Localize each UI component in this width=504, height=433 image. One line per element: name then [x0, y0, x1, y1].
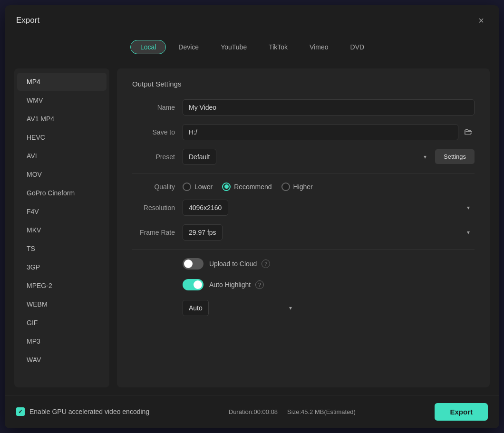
format-item-gopro[interactable]: GoPro Cineform — [17, 184, 107, 202]
preset-row: Preset Default Settings — [132, 149, 475, 165]
export-dialog: Export × Local Device YouTube TikTok Vim… — [5, 5, 499, 428]
footer-info: Duration:00:00:08 Size:45.2 MB(Estimated… — [229, 408, 356, 415]
save-to-label: Save to — [132, 128, 175, 136]
format-item-mkv[interactable]: MKV — [17, 221, 107, 239]
name-label: Name — [132, 104, 175, 111]
tab-bar: Local Device YouTube TikTok Vimeo DVD — [5, 33, 499, 61]
quality-recommend-label: Recommend — [234, 183, 271, 191]
format-item-av1mp4[interactable]: AV1 MP4 — [17, 110, 107, 128]
tab-youtube[interactable]: YouTube — [211, 40, 256, 54]
divider-2 — [132, 249, 475, 250]
tab-dvd[interactable]: DVD — [341, 40, 374, 54]
dialog-title: Export — [16, 16, 39, 25]
save-to-row: Save to 🗁 — [132, 124, 475, 140]
frame-rate-select[interactable]: 29.97 fps — [183, 224, 223, 241]
format-item-mp3[interactable]: MP3 — [17, 332, 107, 350]
auto-highlight-knob — [194, 280, 202, 289]
quality-higher-label: Higher — [293, 183, 313, 191]
format-item-f4v[interactable]: F4V — [17, 202, 107, 221]
tab-device[interactable]: Device — [169, 40, 208, 54]
resolution-label: Resolution — [132, 204, 175, 212]
gpu-label: Enable GPU accelerated video encoding — [29, 408, 149, 415]
quality-lower[interactable]: Lower — [183, 183, 213, 191]
resolution-select-wrapper: 4096x2160 — [183, 200, 475, 216]
format-item-hevc[interactable]: HEVC — [17, 128, 107, 146]
frame-rate-label: Frame Rate — [132, 229, 175, 236]
quality-lower-radio[interactable] — [183, 183, 191, 191]
upload-to-cloud-knob — [184, 260, 193, 268]
preset-select-wrapper: Default — [183, 149, 431, 165]
quality-options: Lower Recommend Higher — [183, 183, 313, 191]
dialog-header: Export × — [5, 5, 499, 33]
format-item-ts[interactable]: TS — [17, 240, 107, 258]
gpu-checkbox-row: Enable GPU accelerated video encoding — [16, 407, 149, 416]
save-to-input-group: 🗁 — [183, 124, 475, 140]
auto-highlight-help-icon[interactable]: ? — [255, 280, 264, 289]
output-section-title: Output Settings — [132, 80, 475, 88]
quality-row: Quality Lower Recommend Higher — [132, 183, 475, 191]
upload-to-cloud-row: Upload to Cloud ? — [132, 258, 475, 269]
auto-select-row: Auto — [132, 300, 475, 316]
format-item-wav[interactable]: WAV — [17, 351, 107, 369]
tab-vimeo[interactable]: Vimeo — [300, 40, 338, 54]
folder-browse-button[interactable]: 🗁 — [462, 125, 475, 139]
format-item-mp4[interactable]: MP4 — [17, 73, 107, 91]
resolution-select[interactable]: 4096x2160 — [183, 200, 228, 216]
format-item-avi[interactable]: AVI — [17, 147, 107, 165]
preset-input-group: Default Settings — [183, 149, 475, 165]
format-item-mpeg2[interactable]: MPEG-2 — [17, 277, 107, 295]
export-button[interactable]: Export — [435, 403, 488, 421]
format-item-wmv[interactable]: WMV — [17, 91, 107, 109]
upload-to-cloud-label: Upload to Cloud — [209, 260, 257, 268]
duration-label: Duration:00:00:08 — [229, 408, 278, 415]
tab-local[interactable]: Local — [130, 40, 166, 54]
tab-tiktok[interactable]: TikTok — [259, 40, 297, 54]
dialog-footer: Enable GPU accelerated video encoding Du… — [5, 395, 499, 428]
frame-rate-row: Frame Rate 29.97 fps — [132, 224, 475, 241]
name-row: Name — [132, 99, 475, 115]
auto-select[interactable]: Auto — [183, 300, 209, 316]
upload-to-cloud-help-icon[interactable]: ? — [262, 260, 270, 268]
upload-to-cloud-toggle[interactable] — [183, 258, 204, 269]
gpu-checkbox[interactable] — [16, 407, 25, 416]
format-list: MP4 WMV AV1 MP4 HEVC AVI MOV GoPro Cinef… — [14, 68, 109, 387]
auto-highlight-label: Auto Highlight — [209, 281, 251, 289]
preset-label: Preset — [132, 153, 175, 161]
name-input[interactable] — [183, 99, 475, 115]
format-item-3gp[interactable]: 3GP — [17, 258, 107, 276]
frame-rate-select-wrapper: 29.97 fps — [183, 224, 475, 241]
quality-higher-radio[interactable] — [281, 183, 290, 191]
quality-recommend[interactable]: Recommend — [222, 183, 271, 191]
divider — [132, 173, 475, 174]
settings-button[interactable]: Settings — [435, 149, 475, 164]
resolution-row: Resolution 4096x2160 — [132, 200, 475, 216]
close-button[interactable]: × — [475, 14, 488, 27]
format-item-mov[interactable]: MOV — [17, 165, 107, 183]
quality-label: Quality — [132, 183, 175, 191]
preset-select[interactable]: Default — [183, 149, 216, 165]
size-label: Size:45.2 MB(Estimated) — [287, 408, 356, 415]
save-to-input[interactable] — [183, 124, 458, 140]
auto-select-wrapper: Auto — [183, 300, 297, 316]
quality-recommend-radio[interactable] — [222, 183, 231, 191]
quality-higher[interactable]: Higher — [281, 183, 313, 191]
format-item-gif[interactable]: GIF — [17, 314, 107, 332]
format-item-webm[interactable]: WEBM — [17, 295, 107, 313]
auto-highlight-toggle[interactable] — [183, 279, 204, 290]
dialog-body: MP4 WMV AV1 MP4 HEVC AVI MOV GoPro Cinef… — [5, 61, 499, 395]
output-panel: Output Settings Name Save to 🗁 Preset — [117, 68, 490, 387]
auto-highlight-row: Auto Highlight ? — [132, 279, 475, 290]
quality-lower-label: Lower — [194, 183, 213, 191]
